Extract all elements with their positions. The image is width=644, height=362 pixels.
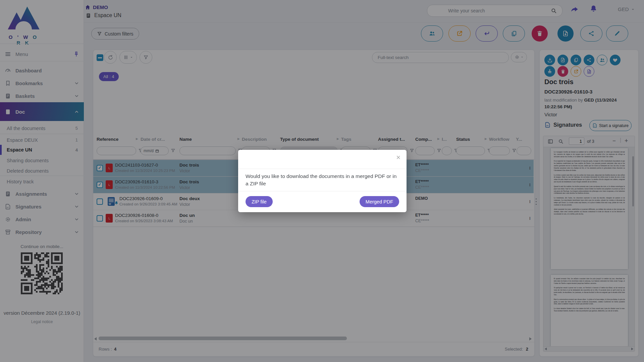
- download-choice-modal: × Would you like to download the documen…: [238, 150, 407, 212]
- merged-pdf-button[interactable]: Merged PDF: [360, 196, 399, 207]
- modal-header: ×: [238, 150, 407, 169]
- zip-file-button[interactable]: ZIP file: [246, 196, 273, 207]
- modal-message: Would you like to download the documents…: [246, 173, 399, 188]
- modal-footer: ZIP file Merged PDF: [238, 191, 407, 212]
- app-screen: O ' W O R K Menu Dashboard Bookmarks Bas…: [0, 0, 644, 362]
- close-icon[interactable]: ×: [396, 154, 400, 161]
